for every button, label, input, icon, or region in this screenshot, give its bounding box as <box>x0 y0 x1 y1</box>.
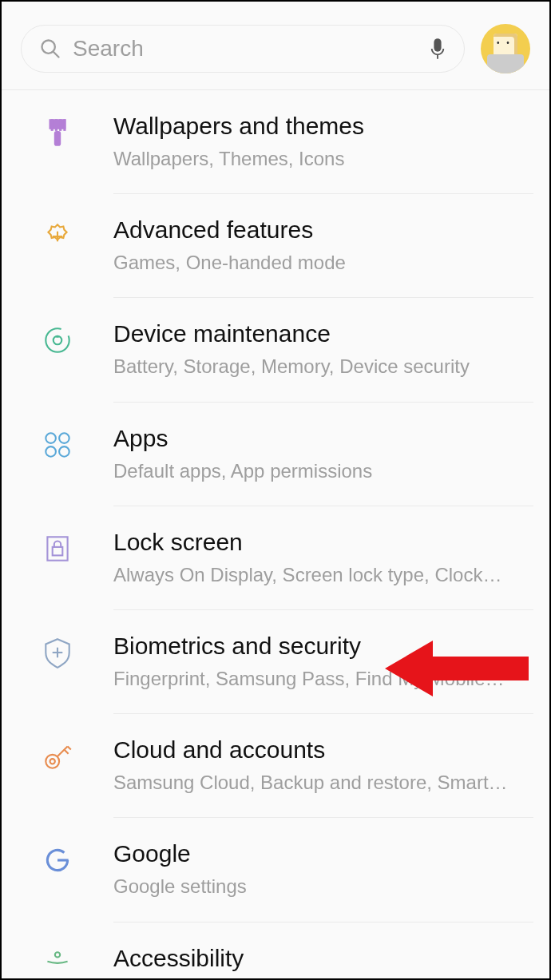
svg-line-26 <box>68 747 71 750</box>
item-sub: Default apps, App permissions <box>113 458 509 483</box>
settings-item-accessibility[interactable]: Accessibility <box>2 922 549 981</box>
settings-item-advanced[interactable]: Advanced featuresGames, One-handed mode <box>2 194 549 298</box>
svg-rect-8 <box>63 119 65 131</box>
svg-point-17 <box>59 446 69 457</box>
key-icon <box>41 740 74 773</box>
item-sub: Wallpapers, Themes, Icons <box>113 146 509 171</box>
item-sub: Battery, Storage, Memory, Device securit… <box>113 354 509 379</box>
item-title: Wallpapers and themes <box>113 113 509 140</box>
item-title: Apps <box>113 425 509 452</box>
item-title: Lock screen <box>113 529 509 556</box>
item-sub: Samsung Cloud, Backup and restore, Smart… <box>113 770 509 795</box>
svg-rect-6 <box>55 119 57 131</box>
svg-rect-9 <box>54 131 61 146</box>
svg-point-23 <box>50 759 55 764</box>
search-bar[interactable] <box>21 25 465 73</box>
google-icon <box>41 843 74 877</box>
search-input[interactable] <box>73 36 429 61</box>
item-sub: Always On Display, Screen lock type, Clo… <box>113 562 509 587</box>
header <box>2 2 549 90</box>
settings-item-apps[interactable]: AppsDefault apps, App permissions <box>2 403 549 506</box>
profile-avatar[interactable] <box>481 24 530 73</box>
shield-icon <box>41 636 74 669</box>
item-sub: Google settings <box>113 874 509 899</box>
mic-icon[interactable] <box>429 37 446 61</box>
item-title: Device maintenance <box>113 320 509 347</box>
item-sub: Fingerprint, Samsung Pass, Find My Mobil… <box>113 666 509 691</box>
settings-item-biometrics[interactable]: Biometrics and securityFingerprint, Sams… <box>2 610 549 714</box>
svg-point-12 <box>46 329 69 352</box>
settings-item-cloud[interactable]: Cloud and accountsSamsung Cloud, Backup … <box>2 714 549 818</box>
svg-rect-19 <box>53 547 63 556</box>
search-icon <box>39 38 61 60</box>
gear-plus-icon <box>41 220 74 253</box>
refresh-icon <box>41 323 74 357</box>
svg-rect-7 <box>59 119 61 131</box>
item-title: Google <box>113 840 509 867</box>
accessibility-icon <box>41 948 74 981</box>
lock-icon <box>41 532 74 565</box>
svg-point-16 <box>46 446 56 457</box>
settings-item-wallpapers[interactable]: Wallpapers and themesWallpapers, Themes,… <box>2 90 549 194</box>
settings-item-maintenance[interactable]: Device maintenanceBattery, Storage, Memo… <box>2 298 549 402</box>
svg-line-25 <box>64 750 68 754</box>
svg-rect-2 <box>434 38 441 51</box>
svg-point-15 <box>59 433 69 443</box>
item-title: Cloud and accounts <box>113 736 509 764</box>
svg-point-28 <box>55 952 60 957</box>
brush-icon <box>41 116 74 149</box>
item-title: Accessibility <box>113 945 509 972</box>
svg-rect-5 <box>51 119 54 131</box>
svg-line-1 <box>54 52 59 58</box>
settings-list: Wallpapers and themesWallpapers, Themes,… <box>2 90 549 980</box>
svg-point-14 <box>46 433 56 443</box>
item-title: Biometrics and security <box>113 633 509 660</box>
item-title: Advanced features <box>113 216 509 244</box>
item-sub: Games, One-handed mode <box>113 250 509 275</box>
settings-item-lockscreen[interactable]: Lock screenAlways On Display, Screen loc… <box>2 506 549 610</box>
svg-point-22 <box>46 755 59 768</box>
apps-icon <box>41 428 74 462</box>
settings-item-google[interactable]: GoogleGoogle settings <box>2 818 549 922</box>
